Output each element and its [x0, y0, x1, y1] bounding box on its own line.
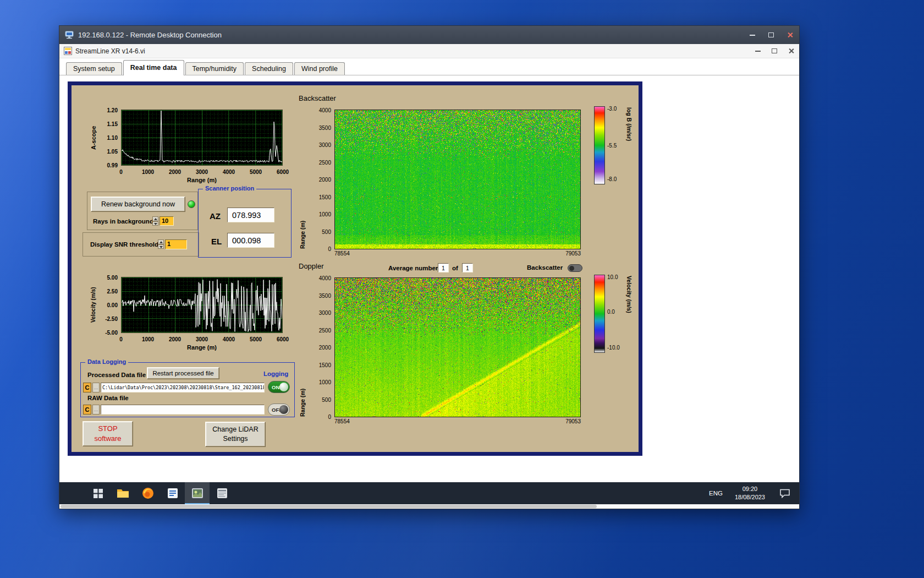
axis-tick: 2000 — [169, 169, 181, 175]
snr-threshold-label: Display SNR threshold — [90, 241, 158, 248]
tab-scheduling[interactable]: Scheduling — [245, 62, 293, 75]
data-logging-title: Data Logging — [85, 358, 128, 365]
snr-group: Display SNR threshold 1 — [82, 232, 199, 257]
rdp-client-area: StreamLine XR v14-6.vi System setupReal … — [59, 44, 799, 509]
restore-icon — [772, 48, 777, 53]
processed-logging-toggle[interactable]: ON — [268, 381, 290, 393]
rdp-titlebar: 192.168.0.122 - Remote Desktop Connectio… — [59, 26, 799, 44]
spinner-up-icon[interactable] — [158, 239, 164, 244]
axis-tick: 1500 — [319, 194, 331, 200]
notification-button[interactable] — [771, 482, 799, 504]
stop-button-line1: STOP — [98, 424, 117, 434]
stop-button-line2: software — [94, 434, 121, 444]
colorbar-tick: -10.0 — [607, 345, 620, 351]
spinner-down-icon[interactable] — [158, 244, 164, 249]
colorbar-tick: 10.0 — [607, 274, 618, 280]
spinner-down-icon[interactable] — [152, 221, 158, 226]
velocity-x-ticks: 0100020003000400050006000 — [121, 336, 283, 343]
rdp-close-button[interactable] — [780, 26, 799, 44]
bs-y-ticks: 40003500300025002000150010005000 — [309, 110, 332, 249]
file-explorer-icon — [117, 488, 129, 498]
axis-tick: 5000 — [250, 169, 262, 175]
taskbar-file-explorer[interactable] — [111, 482, 135, 504]
velocity-x-axis-label: Range (m) — [121, 344, 283, 351]
axis-tick: 0.99 — [107, 162, 118, 168]
stop-software-button[interactable]: STOP software — [82, 421, 133, 446]
backscatter-title: Backscatter — [299, 94, 336, 102]
average-number-label: Average number — [388, 265, 438, 271]
scan-scheduler-icon — [217, 488, 228, 499]
axis-tick: 0 — [119, 336, 123, 342]
el-value-field: 000.098 — [227, 233, 274, 248]
app-body: A-scope 1.201.151.101.050.99 01000200030… — [59, 76, 799, 482]
tab-system-setup[interactable]: System setup — [66, 62, 122, 75]
raw-path-browse-button[interactable]: … — [92, 405, 100, 415]
processed-data-file-label: Processed Data file — [87, 372, 146, 378]
doppler-title: Doppler — [299, 262, 324, 270]
backscatter-x-end: 79053 — [565, 250, 581, 257]
backscatter-toggle[interactable] — [568, 264, 582, 272]
front-panel-frame: A-scope 1.201.151.101.050.99 01000200030… — [68, 81, 642, 456]
rdp-computer-icon — [65, 31, 74, 39]
app-close-button[interactable] — [783, 44, 799, 58]
processed-path-drive-button[interactable]: C — [83, 383, 91, 392]
axis-tick: 2000 — [319, 177, 331, 183]
ascope-y-axis-label: A-scope — [90, 110, 97, 166]
minimize-icon — [750, 35, 755, 36]
app-titlebar: StreamLine XR v14-6.vi — [59, 44, 799, 58]
tab-temp-humidity[interactable]: Temp/humidity — [185, 62, 244, 75]
axis-tick: 2500 — [319, 159, 331, 165]
colorbar-tick: -8.0 — [607, 176, 617, 182]
scanner-position-group: Scanner position AZ 078.993 EL 000.098 — [198, 189, 292, 258]
ascope-x-axis-label: Range (m) — [121, 177, 283, 183]
raw-path-drive-button[interactable]: C — [83, 405, 91, 415]
processed-path-field[interactable]: C:\Lidar\Data\Proc\2023\202308\20230818\… — [101, 383, 265, 392]
axis-tick: 0 — [328, 246, 331, 252]
clock-time: 09:20 — [735, 485, 765, 493]
tab-bar: System setupReal time dataTemp/humidityS… — [59, 58, 799, 75]
rdp-maximize-button[interactable] — [762, 26, 780, 44]
raw-logging-toggle[interactable]: OFF — [268, 403, 290, 416]
tab-wind-profile[interactable]: Wind profile — [294, 62, 345, 75]
close-icon — [787, 32, 793, 38]
taskbar-streamline-app[interactable] — [185, 482, 210, 504]
spinner-up-icon[interactable] — [152, 216, 158, 221]
dp-y-ticks: 40003500300025002000150010005000 — [309, 278, 332, 417]
taskbar-start-button[interactable] — [86, 482, 111, 504]
backscatter-toggle-label: Backscatter — [527, 264, 563, 271]
tab-real-time-data[interactable]: Real time data — [123, 60, 184, 75]
doppler-y-axis-label: Range (m) — [299, 278, 306, 417]
renew-background-button[interactable]: Renew background now — [91, 197, 185, 212]
app-restore-button[interactable] — [766, 44, 783, 58]
taskbar-scan-scheduler[interactable] — [210, 482, 234, 504]
axis-tick: 1.10 — [107, 135, 118, 141]
rdp-window-controls — [743, 26, 799, 44]
rays-value-field[interactable]: 10 — [160, 216, 174, 226]
axis-tick: 1.15 — [107, 121, 118, 127]
processed-path-browse-button[interactable]: … — [92, 383, 100, 392]
rdp-title-text: 192.168.0.122 - Remote Desktop Connectio… — [78, 31, 222, 39]
velocity-graph: Velocity (m/s) 5.002.500.00-2.50-5.00 01… — [81, 271, 292, 356]
language-indicator[interactable]: ENG — [702, 482, 729, 504]
taskbar-clock[interactable]: 09:20 18/08/2023 — [729, 485, 771, 501]
average-number-field[interactable]: 1 — [438, 263, 449, 272]
doppler-colorbar-label: Velocity (m/s) — [626, 276, 632, 353]
velocity-y-ticks: 5.002.500.00-2.50-5.00 — [97, 277, 119, 332]
change-lidar-settings-button[interactable]: Change LiDAR Settings — [205, 422, 266, 447]
minimize-icon — [755, 51, 761, 52]
rays-spinner[interactable] — [152, 216, 158, 226]
taskbar-firefox[interactable] — [135, 482, 160, 504]
taskbar-notes-app[interactable] — [160, 482, 185, 504]
snr-value-field[interactable]: 1 — [165, 239, 187, 249]
axis-tick: 1.05 — [107, 149, 118, 155]
scanner-position-title: Scanner position — [203, 185, 256, 192]
scrollbar-thumb[interactable] — [61, 505, 597, 508]
app-minimize-button[interactable] — [750, 44, 766, 58]
raw-path-field[interactable] — [101, 405, 265, 415]
axis-tick: 3000 — [319, 310, 331, 316]
axis-tick: 1000 — [142, 169, 154, 175]
restart-processed-file-button[interactable]: Restart processed file — [147, 367, 219, 379]
snr-spinner[interactable] — [158, 239, 164, 249]
rdp-minimize-button[interactable] — [743, 26, 762, 44]
axis-tick: 3500 — [319, 292, 331, 298]
